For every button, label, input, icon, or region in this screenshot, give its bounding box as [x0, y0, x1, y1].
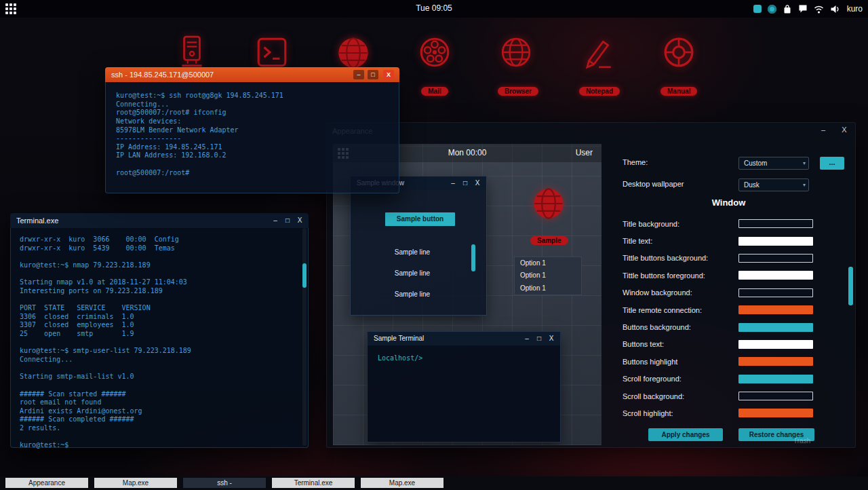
window-scrollbar[interactable] — [848, 267, 853, 305]
close-button[interactable]: X — [839, 126, 850, 134]
terminal-window: Terminal.exe – □ X drwxr-xr-x kuro 3066 … — [10, 213, 309, 448]
option-item[interactable]: Option 1 — [515, 269, 581, 282]
wallpaper-value: Dusk — [744, 181, 760, 189]
terminal-output[interactable]: drwxr-xr-x kuro 3066 00:00 Configdrwxr-x… — [10, 228, 309, 448]
section-title: Window — [612, 197, 846, 208]
close-button[interactable]: X — [383, 70, 394, 79]
status-circle-icon[interactable] — [768, 5, 776, 14]
taskbar-item[interactable]: Terminal.exe — [272, 478, 355, 488]
color-swatch[interactable] — [738, 288, 813, 297]
notepad-icon — [579, 35, 616, 69]
scrollbar-thumb[interactable] — [302, 263, 307, 288]
browser-icon — [498, 35, 534, 69]
sample-line: Sample line — [354, 284, 471, 305]
color-swatch[interactable] — [738, 392, 813, 400]
appearance-window: Appearance – X Mon 00:00 User Sample win… — [326, 122, 856, 448]
terminal-output-line: PORT STATE SERVICE VERSION — [20, 304, 302, 313]
sample-scrollbar[interactable] — [471, 244, 475, 271]
terminal-icon — [254, 35, 290, 69]
taskbar-item[interactable]: Map.exe — [94, 478, 177, 488]
desktop-icon-browser[interactable]: Browser — [498, 35, 534, 96]
color-swatch[interactable] — [738, 375, 813, 383]
option-item[interactable]: Option 1 — [515, 282, 581, 295]
ssh-titlebar[interactable]: ssh - 194.85.245.171@500007 – □ X — [105, 67, 399, 82]
color-setting-label: Tittle buttons background: — [623, 254, 708, 262]
desktop-icon-label: Browser — [498, 87, 538, 96]
theme-select[interactable]: Custom ▾ — [738, 157, 809, 170]
terminal-output-line: Connecting... — [20, 356, 302, 364]
apply-changes-button[interactable]: Apply changes — [648, 428, 723, 441]
color-setting-label: Scroll highlight: — [623, 409, 673, 417]
color-swatch[interactable] — [738, 271, 813, 280]
system-tray: kuro — [753, 0, 863, 18]
shop-icon[interactable] — [783, 4, 792, 14]
sample-terminal-title: Sample Terminal — [374, 335, 424, 342]
close-button[interactable]: X — [471, 176, 484, 190]
color-setting-row: Scroll highlight: — [623, 404, 813, 421]
maximize-button[interactable]: □ — [368, 70, 378, 79]
desktop-icon-label: Manual — [660, 87, 697, 96]
color-setting-row: Buttons highlight — [623, 353, 813, 370]
terminal-output-line: drwxr-xr-x kuro 5439 00:00 Temas — [20, 244, 302, 253]
chat-icon[interactable] — [798, 4, 808, 14]
sample-desktop-icon[interactable]: Sample — [530, 186, 567, 246]
desktop-icon-globe[interactable] — [335, 35, 372, 71]
desktop-icon-notepad[interactable]: Notepad — [579, 35, 616, 96]
sample-option-list: Option 1Option 1Option 1 — [514, 257, 582, 295]
color-swatch[interactable] — [738, 305, 813, 314]
wallpaper-select[interactable]: Dusk ▾ — [738, 178, 809, 191]
ssh-window: ssh - 194.85.245.171@500007 – □ X kuro@t… — [105, 67, 399, 193]
taskbar-item[interactable]: Map.exe — [361, 478, 443, 488]
taskbar-item[interactable]: ssh - — [183, 478, 266, 488]
option-item[interactable]: Option 1 — [515, 257, 581, 269]
color-setting-row: Tittle buttons background: — [623, 250, 813, 267]
minimize-button[interactable]: – — [521, 332, 533, 345]
maximize-button[interactable]: □ — [459, 176, 471, 190]
minimize-button[interactable]: – — [818, 126, 829, 134]
desktop-icon-manual[interactable]: Manual — [660, 35, 697, 96]
restore-changes-button[interactable]: Restore changes — [738, 428, 814, 441]
color-swatch[interactable] — [738, 219, 813, 228]
minimize-button[interactable]: – — [447, 176, 459, 190]
desktop-icon-computer[interactable] — [174, 35, 210, 69]
sample-terminal-titlebar[interactable]: Sample Terminal – □ X — [368, 332, 560, 345]
terminal-output-line: 25 open smtp 1.9 — [20, 330, 302, 339]
color-setting-row: Buttons text: — [623, 336, 813, 353]
terminal-titlebar[interactable]: Terminal.exe – □ X — [10, 213, 309, 228]
color-swatch[interactable] — [738, 323, 813, 332]
maximize-button[interactable]: □ — [281, 213, 294, 228]
scrollbar-track[interactable] — [302, 228, 307, 446]
app-launcher-icon[interactable] — [5, 3, 16, 14]
username[interactable]: kuro — [847, 4, 863, 14]
color-setting-row: Title remote connection: — [623, 301, 813, 318]
terminal-output-line: 85978LM Bender Network Adapter — [116, 126, 393, 135]
terminal-output-line: 2 results. — [20, 424, 302, 433]
ssh-terminal-output[interactable]: kuro@test:~$ ssh root@g8gk 194.85.245.17… — [105, 82, 399, 193]
color-swatch[interactable] — [738, 254, 813, 263]
color-setting-label: Scroll background: — [623, 392, 684, 400]
close-button[interactable]: X — [545, 332, 557, 345]
desktop-icon-mail[interactable]: Mail — [416, 35, 453, 96]
wifi-icon[interactable] — [814, 5, 824, 14]
terminal-output-line: ###### Scan completed ###### — [20, 415, 302, 424]
taskbar-item[interactable]: Appearance — [5, 478, 88, 488]
desktop-icon-terminal[interactable] — [254, 35, 290, 69]
color-swatch[interactable] — [738, 340, 813, 349]
color-swatch[interactable] — [738, 237, 813, 246]
sample-button[interactable]: Sample button — [385, 212, 455, 226]
computer-icon — [174, 35, 210, 69]
minimize-button[interactable]: – — [269, 213, 281, 228]
terminal-output-line: IP Address: 194.85.245.171 — [116, 143, 393, 152]
terminal-output-line — [116, 160, 393, 169]
theme-browse-button[interactable]: ... — [820, 157, 844, 170]
desktop-icon-label: Mail — [421, 87, 448, 96]
volume-icon[interactable] — [830, 5, 840, 14]
desktop: Tue 09:05 kuro — [0, 0, 868, 490]
terminal-output-line — [20, 433, 302, 442]
color-swatch[interactable] — [738, 357, 813, 366]
close-button[interactable]: X — [294, 213, 306, 228]
minimize-button[interactable]: – — [353, 70, 364, 79]
color-swatch[interactable] — [738, 409, 813, 417]
status-square-icon[interactable] — [753, 5, 762, 13]
maximize-button[interactable]: □ — [533, 332, 545, 345]
